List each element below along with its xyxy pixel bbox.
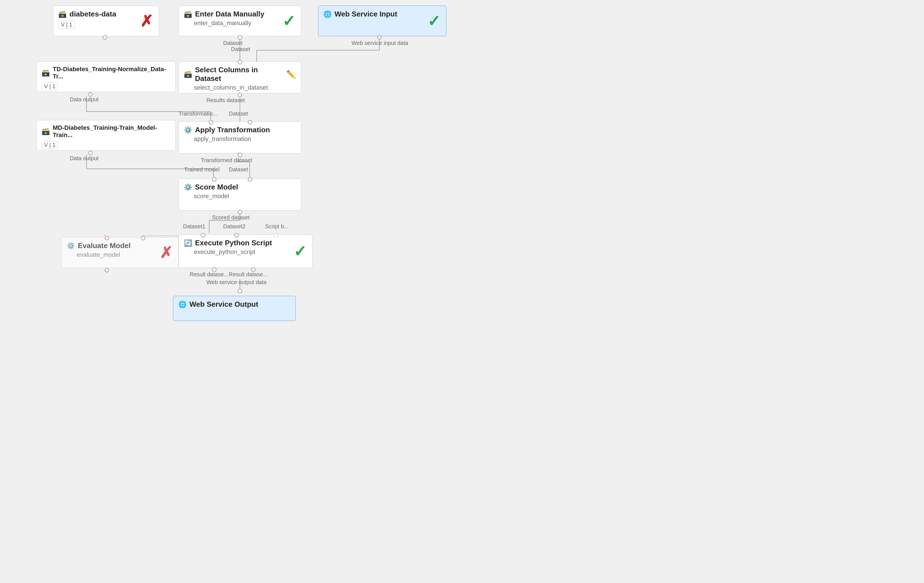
score-out-port xyxy=(238,210,242,214)
python-in-port3 xyxy=(274,233,278,238)
select-cols-in-port xyxy=(238,60,242,64)
success-icon: ✓ xyxy=(282,12,295,30)
apply-out-port xyxy=(238,153,242,157)
diabetes-data-node[interactable]: 🗃️ diabetes-data V | 1 ✗ xyxy=(53,6,159,36)
score-model-node[interactable]: ⚙️ Score Model score_model xyxy=(178,178,301,211)
python-success-icon: ✓ xyxy=(294,242,307,260)
evaluate-error-icon: ✗ xyxy=(160,244,173,262)
dataset-apply-label: Dataset xyxy=(229,111,248,117)
apply-subtitle: apply_transformation xyxy=(194,135,296,143)
dataset-icon: 🗃️ xyxy=(58,10,67,18)
python-title: Execute Python Script xyxy=(195,239,272,247)
enter-data-out-label: Dataset xyxy=(223,40,243,46)
dataset1-label: Dataset1 xyxy=(183,223,205,230)
apply-icon: ⚙️ xyxy=(184,126,192,134)
result-datase1-label: Result datase... xyxy=(190,271,228,278)
web-service-input-title: Web Service Input xyxy=(335,10,397,18)
evaluate-out-port xyxy=(105,268,109,273)
apply-title: Apply Transformation xyxy=(195,126,270,134)
select-columns-subtitle: select_columns_in_dataset xyxy=(194,84,296,91)
score-subtitle: score_model xyxy=(194,193,296,200)
python-out-port3 xyxy=(238,289,242,293)
apply-in-port1 xyxy=(209,120,213,124)
evaluate-model-node[interactable]: ⚙️ Evaluate Model evaluate_model ✗ xyxy=(61,237,178,268)
evaluate-in-port xyxy=(105,236,109,240)
web-out-icon: 🌐 xyxy=(178,301,186,308)
web-icon: 🌐 xyxy=(323,10,332,18)
web-input-out-label: Web service input data xyxy=(351,40,408,46)
evaluate-in-port2 xyxy=(141,236,145,240)
td-version-badge: V | 1 xyxy=(41,83,58,91)
transformed-dataset-label: Transformed dataset xyxy=(201,157,252,164)
python-in-port2 xyxy=(234,233,239,238)
python-subtitle: execute_python_script xyxy=(194,248,307,256)
web-service-input-node[interactable]: 🌐 Web Service Input ✓ xyxy=(318,6,446,36)
select-icon: 🗃️ xyxy=(184,70,192,78)
score-in-port2 xyxy=(248,177,252,182)
md-diabetes-out-port xyxy=(88,151,92,155)
evaluate-subtitle: evaluate_model xyxy=(77,251,173,258)
select-columns-node[interactable]: 🗃️ Select Columns in Dataset ✏️ select_c… xyxy=(178,61,301,94)
enter-data-title: Enter Data Manually xyxy=(195,10,264,18)
enter-data-subtitle: enter_data_manually xyxy=(194,20,296,27)
td-icon: 🗃️ xyxy=(41,69,50,77)
diabetes-data-out-port xyxy=(103,35,107,40)
td-diabetes-out-port xyxy=(88,92,92,97)
apply-transformation-node[interactable]: ⚙️ Apply Transformation apply_transforma… xyxy=(178,121,301,154)
transformation-label: Transformatio... xyxy=(178,111,217,117)
evaluate-title: Evaluate Model xyxy=(78,241,130,250)
dataset2-label: Dataset2 xyxy=(223,223,246,230)
td-diabetes-title: TD-Diabetes_Training-Normalize_Data-Tr..… xyxy=(53,66,170,80)
md-icon: 🗃️ xyxy=(41,127,50,135)
web-service-output-data-label: Web service output data xyxy=(206,279,266,286)
td-data-output-label: Data output xyxy=(70,96,99,103)
md-data-output-label: Data output xyxy=(70,155,99,162)
evaluate-icon: ⚙️ xyxy=(67,242,75,250)
score-icon: ⚙️ xyxy=(184,183,192,191)
version-badge: V | 1 xyxy=(58,21,75,29)
scriptb-label: Script b... xyxy=(265,223,289,230)
enter-data-out-port xyxy=(238,35,242,40)
select-cols-out-port xyxy=(238,92,242,97)
td-diabetes-node[interactable]: 🗃️ TD-Diabetes_Training-Normalize_Data-T… xyxy=(36,61,176,92)
scored-dataset-label: Scored dataset xyxy=(212,214,250,221)
md-diabetes-node[interactable]: 🗃️ MD-Diabetes_Training-Train_Model-Trai… xyxy=(36,120,176,151)
dataset-label-1: Dataset xyxy=(231,46,250,53)
web-service-output-node[interactable]: 🌐 Web Service Output xyxy=(173,296,296,321)
error-icon: ✗ xyxy=(140,12,153,30)
score-in-port1 xyxy=(212,177,216,182)
enter-data-node[interactable]: 🗃️ Enter Data Manually enter_data_manual… xyxy=(178,6,301,36)
enter-data-icon: 🗃️ xyxy=(184,10,192,18)
md-version-badge: V | 1 xyxy=(41,141,58,149)
web-service-output-title: Web Service Output xyxy=(190,300,258,309)
web-input-success-icon: ✓ xyxy=(427,12,441,30)
results-dataset-label: Results dataset xyxy=(206,97,245,104)
execute-python-node[interactable]: 🔄 Execute Python Script execute_python_s… xyxy=(178,235,312,268)
diabetes-data-title: diabetes-data xyxy=(69,10,116,18)
dataset-score-label: Dataset xyxy=(229,166,248,173)
result-datase2-label: Result datase... xyxy=(229,271,267,278)
web-input-out-port xyxy=(377,35,382,40)
apply-in-port2 xyxy=(248,120,252,124)
trained-model-label: Trained model xyxy=(184,166,219,173)
python-in-port1 xyxy=(201,233,205,238)
score-title: Score Model xyxy=(195,183,238,192)
select-columns-title: Select Columns in Dataset xyxy=(195,66,284,83)
python-icon: 🔄 xyxy=(184,239,192,247)
md-diabetes-title: MD-Diabetes_Training-Train_Model-Train..… xyxy=(53,124,170,139)
